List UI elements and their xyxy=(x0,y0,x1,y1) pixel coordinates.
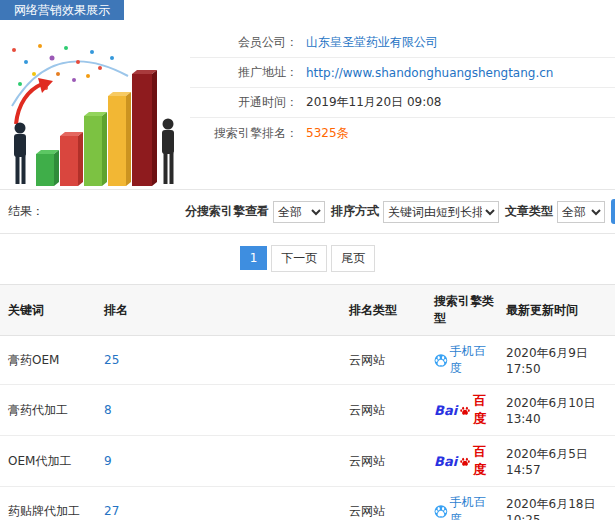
bar-3 xyxy=(84,112,107,186)
column-header: 排名类型 xyxy=(341,285,426,336)
keyword-cell: 膏药代加工 xyxy=(0,385,96,436)
engine-cell: 手机百度 xyxy=(426,487,498,520)
table-row: 膏药OEM25云网站手机百度2020年6月9日 17:50 xyxy=(0,336,615,385)
rank-type-cell: 云网站 xyxy=(341,487,426,520)
engine-badge-mobile: 手机百度 xyxy=(434,494,494,520)
pagination: 1下一页尾页 xyxy=(0,234,615,284)
table-row: 膏药代加工8云网站Bai百度2020年6月10日 13:40 xyxy=(0,385,615,436)
sort-filter-label: 排序方式 xyxy=(331,203,379,220)
sort-filter-select[interactable]: 关键词由短到长排序 xyxy=(383,201,499,223)
info-row: 开通时间：2019年11月20日 09:08 xyxy=(190,88,615,118)
baidu-paw-icon xyxy=(459,403,471,418)
bar-4 xyxy=(108,92,131,186)
info-label: 开通时间： xyxy=(190,94,298,111)
page-1[interactable]: 1 xyxy=(240,246,268,270)
confetti-dots xyxy=(12,44,114,90)
rank-link[interactable]: 25 xyxy=(104,353,119,367)
type-filter-select[interactable]: 全部 xyxy=(557,201,605,223)
updated-cell: 2020年6月5日 14:57 xyxy=(498,436,615,487)
bar-5 xyxy=(132,70,157,186)
info-value: 2019年11月20日 09:08 xyxy=(306,94,441,111)
bar-1 xyxy=(36,150,59,186)
column-header: 搜索引擎类型 xyxy=(426,285,498,336)
page-next[interactable]: 下一页 xyxy=(271,245,327,272)
rank-cell: 8 xyxy=(96,385,341,436)
engine-filter-select[interactable]: 全部 xyxy=(273,201,325,223)
info-label: 推广地址： xyxy=(190,64,298,81)
table-row: 药贴牌代加工27云网站手机百度2020年6月18日 10:25 xyxy=(0,487,615,520)
page-title: 网络营销效果展示 xyxy=(0,0,124,20)
table-header-row: 关键词排名排名类型搜索引擎类型最新更新时间 xyxy=(0,285,615,336)
column-header: 最新更新时间 xyxy=(498,285,615,336)
rank-cell: 9 xyxy=(96,436,341,487)
info-row: 推广地址：http://www.shandonghuangshengtang.c… xyxy=(190,58,615,88)
rankings-table: 关键词排名排名类型搜索引擎类型最新更新时间 膏药OEM25云网站手机百度2020… xyxy=(0,284,615,520)
page-last[interactable]: 尾页 xyxy=(331,245,375,272)
info-label: 会员公司： xyxy=(190,34,298,51)
engine-badge-baidu: Bai百度 xyxy=(434,443,494,479)
rank-link[interactable]: 8 xyxy=(104,403,112,417)
keyword-cell: 膏药OEM xyxy=(0,336,96,385)
keyword-cell: 药贴牌代加工 xyxy=(0,487,96,520)
updated-cell: 2020年6月10日 13:40 xyxy=(498,385,615,436)
rank-cell: 25 xyxy=(96,336,341,385)
column-header: 排名 xyxy=(96,285,341,336)
updated-cell: 2020年6月9日 17:50 xyxy=(498,336,615,385)
type-filter-label: 文章类型 xyxy=(505,203,553,220)
rank-link[interactable]: 27 xyxy=(104,504,119,518)
marketing-results-panel: 网络营销效果展示 xyxy=(0,0,615,520)
rank-link[interactable]: 9 xyxy=(104,454,112,468)
baidu-logo-label: 百度 xyxy=(473,392,494,428)
table-row: OEM代加工9云网站Bai百度2020年6月5日 14:57 xyxy=(0,436,615,487)
rank-cell: 27 xyxy=(96,487,341,520)
rank-type-cell: 云网站 xyxy=(341,336,426,385)
mobile-baidu-label: 手机百度 xyxy=(450,494,494,520)
keyword-cell: OEM代加工 xyxy=(0,436,96,487)
engine-cell: Bai百度 xyxy=(426,385,498,436)
baidu-logo-prefix: Bai xyxy=(434,403,457,418)
businessman-right xyxy=(162,119,174,185)
marketing-chart-illustration xyxy=(0,28,190,188)
result-label: 结果： xyxy=(8,203,185,220)
filter-bar: 结果： 分搜索引擎查看 全部 排序方式 关键词由短到长排序 文章类型 全部 提交 xyxy=(0,190,615,234)
info-label: 搜索引擎排名： xyxy=(190,125,298,142)
column-header: 关键词 xyxy=(0,285,96,336)
engine-filter-label: 分搜索引擎查看 xyxy=(185,203,269,220)
baidu-paw-icon xyxy=(459,454,471,469)
info-rows: 会员公司：山东皇圣堂药业有限公司推广地址：http://www.shandong… xyxy=(190,20,615,189)
info-value: 5325 xyxy=(306,126,337,140)
info-row: 会员公司：山东皇圣堂药业有限公司 xyxy=(190,28,615,58)
account-info-section: 会员公司：山东皇圣堂药业有限公司推广地址：http://www.shandong… xyxy=(0,20,615,190)
updated-cell: 2020年6月18日 10:25 xyxy=(498,487,615,520)
info-row: 搜索引擎排名：5325条 xyxy=(190,118,615,148)
engine-cell: 手机百度 xyxy=(426,336,498,385)
mobile-baidu-icon xyxy=(434,353,448,368)
submit-button[interactable]: 提交 xyxy=(611,199,615,224)
baidu-logo-label: 百度 xyxy=(473,443,494,479)
table-body: 膏药OEM25云网站手机百度2020年6月9日 17:50膏药代加工8云网站Ba… xyxy=(0,336,615,520)
bar-2 xyxy=(60,132,83,186)
engine-badge-mobile: 手机百度 xyxy=(434,343,494,377)
title-bar: 网络营销效果展示 xyxy=(0,0,615,20)
info-value[interactable]: http://www.shandonghuangshengtang.cn xyxy=(306,66,553,80)
engine-cell: Bai百度 xyxy=(426,436,498,487)
info-value[interactable]: 山东皇圣堂药业有限公司 xyxy=(306,34,438,51)
engine-badge-baidu: Bai百度 xyxy=(434,392,494,428)
info-suffix: 条 xyxy=(337,125,349,142)
mobile-baidu-label: 手机百度 xyxy=(450,343,494,377)
chart-area xyxy=(0,20,190,189)
rank-type-cell: 云网站 xyxy=(341,436,426,487)
businessman-left xyxy=(14,123,26,185)
rank-type-cell: 云网站 xyxy=(341,385,426,436)
mobile-baidu-icon xyxy=(434,504,448,519)
baidu-logo-prefix: Bai xyxy=(434,454,457,469)
